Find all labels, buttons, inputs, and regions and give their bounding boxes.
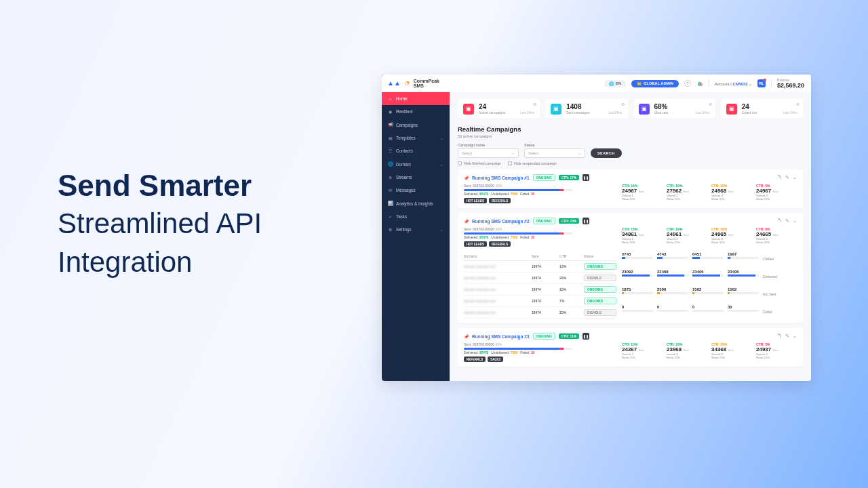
- tags: HOT LEADSREFERALS: [464, 198, 616, 203]
- spark-cell: 22468: [657, 270, 688, 283]
- variant-value: 24937 Sent: [756, 346, 797, 352]
- edit-icon[interactable]: ✎: [785, 218, 789, 224]
- nav-item-streams[interactable]: ≋Streams: [382, 171, 450, 184]
- lang-switch[interactable]: 🌐 EN: [604, 80, 626, 87]
- avatar[interactable]: RL: [757, 79, 766, 87]
- campaign-name-link[interactable]: Running SMS Campaign #2: [472, 219, 530, 224]
- gear-icon[interactable]: ⚙: [709, 102, 712, 106]
- spark-cell: 2745: [622, 252, 653, 266]
- content: ⚙▣24Active campaignsLast 24hrs⚙▣1408Sent…: [450, 92, 811, 381]
- nav-item-realtime[interactable]: ◉Realtime: [382, 105, 450, 118]
- spark-row-label: Delivered: [763, 270, 797, 283]
- variant-ratio: Ratio 25%: [622, 197, 663, 201]
- variant-value: 24967 Sent: [756, 188, 797, 194]
- chart-icon[interactable]: 〽: [777, 333, 782, 339]
- kpi-card: ⚙▣24Opted-outLast 24hrs: [721, 99, 803, 119]
- nav-label: Contacts: [396, 148, 413, 153]
- variant-ratio: Ratio 25%: [622, 356, 663, 359]
- kpi-value: 1408: [566, 103, 589, 110]
- pause-button[interactable]: ❚❚: [583, 333, 589, 340]
- pin-icon[interactable]: 📌: [464, 334, 469, 339]
- variant-ratio: Ratio 25%: [667, 197, 707, 201]
- chevron-down-icon[interactable]: ⌄: [793, 218, 797, 224]
- nav-item-tasks[interactable]: ✓Tasks: [382, 210, 450, 223]
- spark-cell: 6451: [692, 252, 724, 266]
- nav-item-settings[interactable]: ⚙Settings⌄: [382, 223, 450, 236]
- chevron-down-icon[interactable]: ⌄: [793, 333, 797, 339]
- domains-section: DomainsSentCTRStatusdomain.example.com19…: [464, 252, 797, 319]
- domains-header: DomainsSentCTRStatus: [464, 252, 616, 261]
- nav-icon: ▤: [388, 136, 393, 140]
- pin-icon[interactable]: 📌: [464, 219, 469, 224]
- domain-status-badge: DISABLE: [584, 309, 616, 316]
- spark-row-label: Not Sent: [763, 287, 797, 301]
- progress-bar: [464, 232, 572, 235]
- tags: HOT LEADSREFERALS: [464, 241, 616, 247]
- spark-cell: 23406: [728, 270, 759, 283]
- nav-item-contacts[interactable]: ☷Contacts: [382, 144, 450, 157]
- campaign-name-link[interactable]: Running SMS Campaign #1: [472, 176, 530, 180]
- kpi-sublabel: Last 24hrs: [520, 111, 534, 115]
- gear-icon[interactable]: ⚙: [533, 102, 536, 106]
- nav-item-campaigns[interactable]: 📢Campaigns: [382, 118, 450, 131]
- search-button[interactable]: SEARCH: [591, 148, 622, 158]
- domain-row: domain.example.com199747%ONGOING: [464, 296, 616, 307]
- edit-icon[interactable]: ✎: [785, 333, 789, 339]
- nav-icon: ✓: [388, 214, 393, 219]
- status-select[interactable]: Select⌄: [524, 148, 585, 158]
- chart-icon[interactable]: 〽: [777, 218, 782, 224]
- gear-icon[interactable]: ⚙: [621, 102, 625, 106]
- domain-row: domain.example.com1997412%ONGOING: [464, 261, 616, 272]
- section-subtitle: 56 active campaigns: [458, 134, 803, 138]
- variants-row: CTR: 15%24267 SentVariant 1Ratio 25%CTR:…: [622, 342, 797, 362]
- progress-bar: [464, 348, 572, 350]
- pause-button[interactable]: ❚❚: [583, 218, 589, 224]
- kpi-sublabel: Last 24hrs: [783, 111, 797, 115]
- sent-text: Sent: 93870/100000 42%: [464, 184, 616, 188]
- variant-ratio: Ratio 25%: [756, 241, 797, 244]
- row-actions: 〽✎⌄: [777, 218, 797, 224]
- status-badge: ONGOING: [533, 218, 555, 224]
- nav-item-templates[interactable]: ▤Templates⌄: [382, 131, 450, 144]
- kpi-card: ⚙▣1408Sent messagesLast 24hrs: [545, 99, 627, 119]
- topbar: 🌐 EN 👑 GLOBAL ADMIN ? 🛍️ Account | CMW32…: [450, 75, 811, 92]
- nav-icon: 📊: [388, 201, 393, 206]
- spark-cell: 0: [657, 305, 688, 319]
- variant-col: CTR: 20%24965 SentVariant 3Ratio 25%: [711, 227, 752, 247]
- variants-row: CTR: 15%24967 SentVariant 1Ratio 25%CTR:…: [622, 184, 797, 203]
- kpi-label: Active campaigns: [479, 110, 505, 115]
- pause-button[interactable]: ❚❚: [583, 174, 589, 181]
- nav-item-home[interactable]: ⌂Home: [382, 92, 450, 105]
- cart-icon[interactable]: 🛍️: [696, 80, 703, 87]
- ctr-badge: CTR: 11%: [559, 333, 579, 339]
- nav-item-messages[interactable]: ✉Messages: [382, 184, 450, 197]
- campaign-name-select[interactable]: Select⌄: [458, 148, 519, 158]
- global-admin-button[interactable]: 👑 GLOBAL ADMIN: [631, 80, 679, 87]
- gear-icon[interactable]: ⚙: [796, 102, 800, 106]
- filters: Campaign name Select⌄ Status Select⌄ SEA…: [458, 143, 803, 158]
- variant-ratio: Ratio 25%: [667, 356, 707, 359]
- help-icon[interactable]: ?: [684, 80, 691, 87]
- chevron-down-icon[interactable]: ⌄: [793, 175, 797, 180]
- spark-cell: 23406: [692, 270, 724, 283]
- domain-name: domain.example.com: [464, 276, 529, 280]
- campaign-card: 📌Running SMS Campaign #1ONGOINGCTR: 17%❚…: [458, 169, 803, 208]
- edit-icon[interactable]: ✎: [785, 175, 789, 180]
- campaign-name-link[interactable]: Running SMS Campaign #3: [472, 334, 530, 339]
- variant-value: 24267 Sent: [622, 346, 663, 352]
- spark-grid: 2745474364511997Clicked23092224682340623…: [622, 252, 797, 319]
- nav-item-domain[interactable]: 🌐Domain⌄: [382, 157, 450, 171]
- account-switch[interactable]: Account | CMW32 ⌄: [715, 81, 752, 86]
- admin-label: GLOBAL ADMIN: [644, 81, 673, 85]
- hide-finished-checkbox[interactable]: Hide finished campaign: [458, 161, 501, 165]
- hide-suspended-checkbox[interactable]: Hide suspended campaign: [508, 161, 557, 165]
- chart-icon[interactable]: 〽: [777, 175, 782, 180]
- sent-text: Sent: 93870/100000 42%: [464, 227, 616, 231]
- kpi-sublabel: Last 24hrs: [696, 111, 710, 115]
- domain-name: domain.example.com: [464, 299, 529, 303]
- nav-item-analytics-insights[interactable]: 📊Analytics & Insights: [382, 197, 450, 210]
- variant-ratio: Ratio 25%: [711, 197, 752, 201]
- domain-status-badge: DISABLE: [584, 274, 616, 281]
- pin-icon[interactable]: 📌: [464, 176, 469, 180]
- variant-value: 23968 Sent: [667, 346, 707, 352]
